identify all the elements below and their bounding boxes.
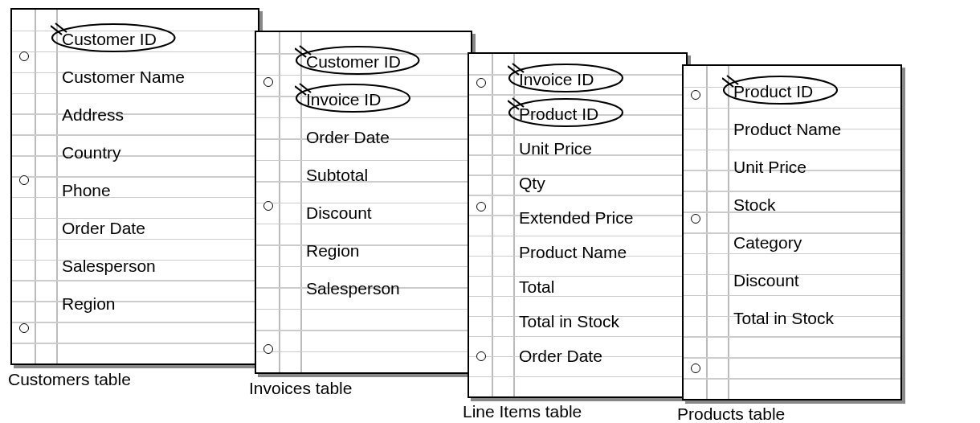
rule-line bbox=[469, 236, 686, 237]
ruled-lines bbox=[256, 32, 471, 372]
field-label: Invoice ID bbox=[519, 70, 594, 89]
rule-line bbox=[12, 51, 258, 53]
rule-line bbox=[256, 266, 471, 268]
punch-hole-icon bbox=[691, 90, 700, 100]
field-label: Customer Name bbox=[62, 68, 185, 87]
field-label: Product ID bbox=[519, 105, 598, 124]
rule-line bbox=[12, 301, 258, 302]
rule-line bbox=[469, 336, 686, 338]
rule-line bbox=[12, 280, 258, 281]
ruled-lines bbox=[12, 10, 258, 363]
field-label: Subtotal bbox=[306, 166, 368, 185]
field-label: Salesperson bbox=[62, 257, 156, 276]
rule-line bbox=[12, 93, 258, 95]
rule-line bbox=[684, 378, 900, 380]
field-label: Extended Price bbox=[519, 208, 633, 228]
rule-line bbox=[469, 134, 686, 136]
field-label: Region bbox=[62, 294, 116, 314]
field-label: Product Name bbox=[519, 243, 627, 262]
field-label: Discount bbox=[306, 203, 372, 223]
table-caption: Customers table bbox=[8, 370, 131, 389]
rule-line bbox=[684, 212, 900, 213]
rule-line bbox=[256, 75, 471, 76]
rule-line bbox=[469, 195, 686, 196]
field-label: Order Date bbox=[519, 347, 602, 366]
rule-line bbox=[12, 197, 258, 199]
table-card-products: Product IDProduct NameUnit PriceStockCat… bbox=[682, 64, 902, 400]
rule-line bbox=[256, 224, 471, 225]
punch-hole-icon bbox=[691, 214, 700, 224]
rule-line bbox=[12, 113, 258, 115]
rule-line bbox=[684, 191, 900, 192]
rule-line bbox=[12, 155, 258, 157]
punch-hole-icon bbox=[476, 202, 486, 212]
rule-line bbox=[256, 117, 471, 119]
field-label: Total bbox=[519, 277, 554, 297]
punch-hole-icon bbox=[691, 363, 700, 373]
field-label: Region bbox=[306, 241, 360, 261]
rule-line bbox=[469, 296, 686, 298]
field-label: Qty bbox=[519, 174, 545, 193]
table-card-invoices: Customer IDInvoice IDOrder DateSubtotalD… bbox=[255, 31, 472, 374]
rule-line bbox=[469, 94, 686, 96]
rule-line bbox=[12, 343, 258, 344]
rule-line bbox=[684, 150, 900, 151]
table-caption: Invoices table bbox=[249, 379, 352, 398]
field-label: Phone bbox=[62, 181, 111, 200]
diagram-stage: Customer IDCustomer NameAddressCountryPh… bbox=[8, 8, 972, 418]
field-label: Discount bbox=[733, 271, 799, 290]
field-label: Total in Stock bbox=[519, 312, 619, 331]
field-label: Customer ID bbox=[62, 30, 157, 49]
rule-line bbox=[12, 322, 258, 323]
punch-hole-icon bbox=[476, 78, 486, 88]
field-label: Invoice ID bbox=[306, 90, 381, 109]
rule-line bbox=[256, 309, 471, 310]
rule-line bbox=[469, 276, 686, 277]
field-label: Stock bbox=[733, 195, 776, 215]
field-label: Customer ID bbox=[306, 52, 401, 72]
rule-line bbox=[684, 295, 900, 297]
rule-line bbox=[684, 336, 900, 338]
field-label: Order Date bbox=[62, 219, 145, 238]
field-label: Salesperson bbox=[306, 279, 400, 298]
rule-line bbox=[684, 357, 900, 359]
punch-hole-icon bbox=[19, 175, 29, 185]
rule-line bbox=[12, 134, 258, 136]
punch-hole-icon bbox=[476, 351, 486, 361]
punch-hole-icon bbox=[263, 201, 273, 211]
rule-line bbox=[684, 108, 900, 109]
rule-line bbox=[469, 376, 686, 378]
rule-line bbox=[12, 176, 258, 178]
rule-line bbox=[684, 253, 900, 255]
field-label: Product Name bbox=[733, 120, 841, 139]
rule-line bbox=[12, 239, 258, 240]
punch-hole-icon bbox=[263, 344, 273, 354]
ruled-lines bbox=[684, 66, 900, 399]
punch-hole-icon bbox=[263, 77, 273, 87]
rule-line bbox=[469, 175, 686, 176]
rule-line bbox=[256, 244, 471, 246]
field-label: Unit Price bbox=[519, 139, 592, 158]
punch-hole-icon bbox=[19, 51, 29, 61]
field-label: Total in Stock bbox=[733, 309, 834, 328]
field-label: Order Date bbox=[306, 128, 390, 147]
table-card-customers: Customer IDCustomer NameAddressCountryPh… bbox=[10, 8, 259, 365]
rule-line bbox=[256, 351, 471, 353]
punch-hole-icon bbox=[19, 323, 29, 333]
field-label: Unit Price bbox=[733, 158, 806, 177]
table-caption: Line Items table bbox=[463, 402, 582, 421]
table-caption: Products table bbox=[677, 405, 785, 423]
rule-line bbox=[256, 160, 471, 162]
field-label: Country bbox=[62, 143, 121, 162]
rule-line bbox=[256, 330, 471, 331]
field-label: Address bbox=[62, 105, 124, 125]
field-label: Category bbox=[733, 233, 802, 253]
field-label: Product ID bbox=[733, 82, 813, 101]
table-card-lineitems: Invoice IDProduct IDUnit PriceQtyExtende… bbox=[468, 52, 688, 398]
